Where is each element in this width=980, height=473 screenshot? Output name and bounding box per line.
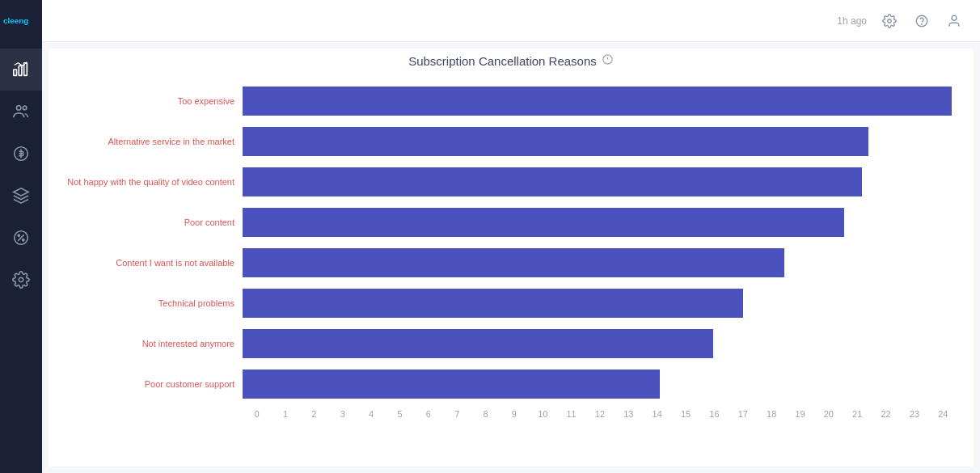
sidebar-item-subscribers[interactable] xyxy=(0,91,42,133)
x-tick: 21 xyxy=(843,409,872,419)
bar-wrapper xyxy=(243,127,957,156)
bar-label: Not happy with the quality of video cont… xyxy=(65,176,243,188)
sidebar-item-analytics[interactable] xyxy=(0,49,42,91)
svg-point-12 xyxy=(888,19,892,23)
settings-icon[interactable] xyxy=(880,11,899,31)
sidebar-item-settings[interactable] xyxy=(0,259,42,301)
svg-point-10 xyxy=(23,239,24,241)
bar-label: Not interested anymore xyxy=(65,338,243,349)
bar xyxy=(243,127,868,156)
x-tick: 0 xyxy=(243,409,271,419)
x-tick: 19 xyxy=(786,409,814,419)
x-tick: 5 xyxy=(386,409,414,419)
x-axis: 0123456789101112131415161718192021222324 xyxy=(243,404,957,419)
svg-point-15 xyxy=(952,15,957,20)
x-tick: 14 xyxy=(643,409,671,419)
bar-label: Poor customer support xyxy=(65,378,243,390)
bar-label: Content I want is not available xyxy=(65,257,243,268)
x-tick: 12 xyxy=(585,409,614,419)
sidebar-item-revenue[interactable] xyxy=(0,133,42,175)
svg-text:cleeng: cleeng xyxy=(3,16,28,25)
bar-wrapper xyxy=(243,87,957,116)
x-tick: 6 xyxy=(414,409,442,419)
bar-row: Not interested anymore xyxy=(65,323,957,364)
sidebar-item-offers[interactable] xyxy=(0,175,42,217)
bar xyxy=(243,329,713,358)
bar xyxy=(243,248,784,277)
logo: cleeng xyxy=(0,0,42,42)
x-tick: 9 xyxy=(500,409,528,419)
bar-row: Not happy with the quality of video cont… xyxy=(65,162,957,202)
chart-info-icon[interactable] xyxy=(602,53,614,68)
bar-wrapper xyxy=(243,289,957,318)
bar-row: Alternative service in the market xyxy=(65,121,957,162)
x-tick: 17 xyxy=(729,409,757,419)
x-tick: 24 xyxy=(929,409,957,419)
svg-point-4 xyxy=(17,106,22,111)
header: 1h ago xyxy=(42,0,980,42)
x-tick: 16 xyxy=(700,409,729,419)
bar-label: Technical problems xyxy=(65,298,243,309)
x-tick: 7 xyxy=(443,409,471,419)
bar xyxy=(243,87,952,116)
bar-row: Poor customer support xyxy=(65,364,957,404)
x-tick: 22 xyxy=(872,409,900,419)
x-tick: 4 xyxy=(357,409,385,419)
bar-wrapper xyxy=(243,329,957,358)
x-tick: 2 xyxy=(300,409,328,419)
x-tick: 20 xyxy=(814,409,843,419)
bar xyxy=(243,208,844,237)
main-content: 1h ago Subscription Cancellation Reasons xyxy=(42,0,980,473)
x-tick: 11 xyxy=(557,409,585,419)
svg-rect-1 xyxy=(14,70,17,75)
bar-chart: Too expensiveAlternative service in the … xyxy=(49,81,974,435)
sidebar-nav xyxy=(0,49,42,301)
bar-wrapper xyxy=(243,208,957,237)
svg-point-9 xyxy=(18,234,19,236)
svg-point-5 xyxy=(23,106,27,110)
bar xyxy=(243,167,862,196)
bar-wrapper xyxy=(243,167,957,196)
bar-label: Too expensive xyxy=(65,95,243,107)
bar xyxy=(243,289,743,318)
bar xyxy=(243,370,660,399)
x-tick: 3 xyxy=(328,409,357,419)
bar-label: Alternative service in the market xyxy=(65,136,243,147)
bar-row: Technical problems xyxy=(65,283,957,323)
bar-row: Content I want is not available xyxy=(65,243,957,283)
chart-title-row: Subscription Cancellation Reasons xyxy=(49,49,974,81)
bar-row: Poor content xyxy=(65,202,957,243)
user-icon[interactable] xyxy=(944,11,964,31)
bar-label: Poor content xyxy=(65,217,243,228)
bar-wrapper xyxy=(243,248,957,277)
chart-title: Subscription Cancellation Reasons xyxy=(408,54,597,68)
bar-row: Too expensive xyxy=(65,81,957,121)
sidebar-item-discounts[interactable] xyxy=(0,217,42,259)
x-tick: 18 xyxy=(757,409,785,419)
sidebar: cleeng xyxy=(0,0,42,473)
timestamp: 1h ago xyxy=(837,15,867,27)
x-tick: 10 xyxy=(529,409,557,419)
x-tick: 15 xyxy=(671,409,699,419)
chart-container: Subscription Cancellation Reasons Too ex… xyxy=(49,49,974,467)
x-tick: 23 xyxy=(900,409,928,419)
x-tick: 8 xyxy=(471,409,500,419)
x-tick: 13 xyxy=(615,409,643,419)
svg-rect-2 xyxy=(19,65,22,75)
x-tick: 1 xyxy=(271,409,299,419)
bar-wrapper xyxy=(243,370,957,399)
svg-point-11 xyxy=(19,277,23,282)
help-icon[interactable] xyxy=(912,11,931,31)
svg-point-14 xyxy=(922,23,923,24)
